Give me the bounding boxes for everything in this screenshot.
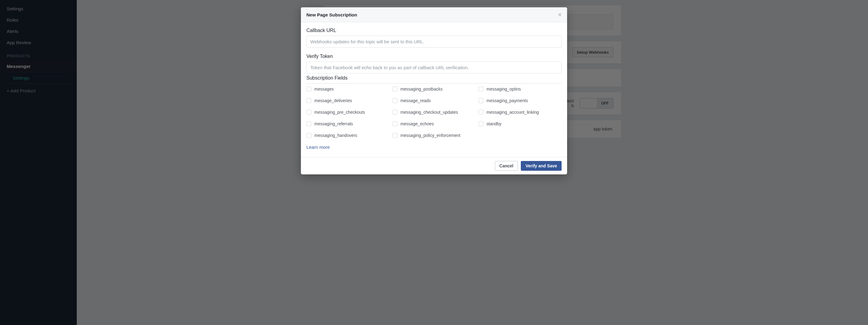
checkbox-icon[interactable] — [306, 87, 311, 91]
field-message-echoes[interactable]: message_echoes — [393, 121, 476, 126]
checkbox-icon[interactable] — [306, 133, 311, 138]
checkbox-icon[interactable] — [478, 110, 483, 115]
field-messaging-payments[interactable]: messaging_payments — [478, 98, 562, 103]
learn-more-link[interactable]: Learn more — [306, 143, 562, 154]
checkbox-icon[interactable] — [478, 87, 483, 91]
subscription-fields-grid: messages messaging_postbacks messaging_o… — [306, 83, 562, 138]
verify-save-button[interactable]: Verify and Save — [521, 161, 562, 171]
callback-url-label: Callback URL — [306, 28, 562, 33]
checkbox-icon[interactable] — [478, 121, 483, 126]
callback-url-input[interactable] — [306, 36, 562, 48]
modal-body: Callback URL Verify Token Subscription F… — [301, 22, 567, 157]
checkbox-icon[interactable] — [393, 87, 398, 91]
field-messaging-referrals[interactable]: messaging_referrals — [306, 121, 390, 126]
field-messaging-checkout-updates[interactable]: messaging_checkout_updates — [393, 110, 476, 115]
field-messaging-pre-checkouts[interactable]: messaging_pre_checkouts — [306, 110, 390, 115]
checkbox-icon[interactable] — [393, 133, 398, 138]
checkbox-icon[interactable] — [306, 121, 311, 126]
verify-token-label: Verify Token — [306, 54, 562, 59]
checkbox-icon[interactable] — [478, 98, 483, 103]
checkbox-icon[interactable] — [393, 121, 398, 126]
subscription-fields-label: Subscription Fields — [306, 75, 562, 81]
close-icon[interactable]: × — [558, 11, 562, 18]
modal-header: New Page Subscription × — [301, 7, 567, 22]
field-messaging-optins[interactable]: messaging_optins — [478, 87, 562, 91]
field-standby[interactable]: standby — [478, 121, 562, 126]
cancel-button[interactable]: Cancel — [495, 161, 518, 171]
field-message-reads[interactable]: message_reads — [393, 98, 476, 103]
checkbox-icon[interactable] — [306, 110, 311, 115]
field-messages[interactable]: messages — [306, 87, 390, 91]
modal-footer: Cancel Verify and Save — [301, 157, 567, 174]
field-messaging-postbacks[interactable]: messaging_postbacks — [393, 87, 476, 91]
checkbox-icon[interactable] — [393, 98, 398, 103]
field-message-deliveries[interactable]: message_deliveries — [306, 98, 390, 103]
modal-title: New Page Subscription — [306, 12, 357, 18]
subscription-modal: New Page Subscription × Callback URL Ver… — [301, 7, 567, 174]
field-messaging-account-linking[interactable]: messaging_account_linking — [478, 110, 562, 115]
field-messaging-handovers[interactable]: messaging_handovers — [306, 133, 390, 138]
verify-token-input[interactable] — [306, 62, 562, 73]
modal-overlay: New Page Subscription × Callback URL Ver… — [0, 0, 868, 325]
checkbox-icon[interactable] — [306, 98, 311, 103]
field-messaging-policy-enforcement[interactable]: messaging_policy_enforcement — [393, 133, 476, 138]
checkbox-icon[interactable] — [393, 110, 398, 115]
